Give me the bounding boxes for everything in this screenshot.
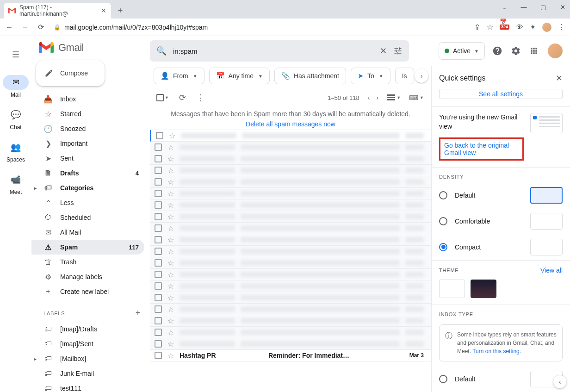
row-checkbox[interactable] (155, 352, 162, 359)
extensions-icon[interactable]: ✦ (530, 23, 536, 31)
share-icon[interactable]: ⇪ (474, 23, 480, 31)
more-actions-icon[interactable]: ⋮ (196, 93, 204, 103)
star-icon[interactable]: ☆ (167, 189, 174, 198)
filter-chip-has-attachment[interactable]: 📎Has attachment (274, 68, 346, 84)
message-row[interactable]: ☆ (150, 246, 431, 257)
row-checkbox[interactable] (156, 132, 163, 139)
row-checkbox[interactable] (155, 167, 162, 174)
star-icon[interactable]: ☆ (167, 143, 174, 152)
apps-grid-icon[interactable] (529, 46, 540, 56)
go-back-original-view-link[interactable]: Go back to the original Gmail view (439, 137, 524, 161)
message-row[interactable]: ☆ (150, 188, 431, 199)
turn-on-setting-link[interactable]: Turn on this setting (472, 348, 520, 355)
status-chip[interactable]: Active ▼ (439, 42, 485, 60)
row-checkbox[interactable] (155, 143, 162, 151)
folder-all-mail[interactable]: ✉All Mail (31, 225, 144, 240)
star-icon[interactable]: ☆ (167, 340, 174, 348)
see-all-settings-button[interactable]: See all settings (439, 89, 563, 99)
rail-item-mail[interactable]: ✉ Mail (0, 72, 31, 101)
search-box[interactable]: 🔍 ✕ (150, 40, 409, 62)
star-icon[interactable]: ☆ (167, 328, 174, 337)
label--mailbox-[interactable]: ▸🏷[Mailbox] (31, 351, 144, 366)
message-row[interactable]: ☆ (150, 327, 431, 338)
theme-view-all-link[interactable]: View all (540, 267, 563, 274)
page-prev-icon[interactable]: ‹ (368, 94, 370, 101)
nav-reload-icon[interactable]: ⟳ (36, 23, 45, 31)
message-row[interactable]: ☆ (150, 280, 431, 292)
message-row[interactable]: ☆ (150, 199, 431, 211)
window-close-icon[interactable]: ✕ (558, 4, 567, 11)
compose-button[interactable]: Compose (36, 60, 105, 86)
row-checkbox[interactable] (155, 178, 162, 186)
address-bar[interactable]: 🔒 mail.google.com/mail/u/0/?zx=803p4lhj1… (52, 24, 468, 31)
star-icon[interactable]: ☆ (167, 155, 174, 163)
star-icon[interactable]: ☆ (169, 131, 175, 140)
chips-scroll-right-icon[interactable]: › (415, 69, 428, 83)
add-label-icon[interactable]: + (136, 308, 141, 318)
browser-tab[interactable]: Spam (117) - martin.brinkmann@ ✕ (4, 3, 111, 19)
expand-caret-icon[interactable]: ▸ (34, 356, 37, 361)
account-avatar[interactable] (548, 44, 563, 58)
input-tools-icon[interactable]: ⌨▼ (409, 94, 424, 101)
folder-sent[interactable]: ➤Sent (31, 151, 144, 166)
message-row[interactable]: ☆ (150, 234, 431, 246)
tab-close-icon[interactable]: ✕ (101, 7, 106, 14)
row-checkbox[interactable] (155, 224, 162, 232)
row-checkbox[interactable] (155, 259, 162, 267)
row-checkbox[interactable] (155, 282, 162, 290)
label-junk-e-mail[interactable]: 🏷Junk E-mail (31, 366, 144, 381)
star-icon[interactable]: ☆ (167, 259, 174, 268)
star-icon[interactable]: ☆ (167, 201, 174, 210)
nav-back-icon[interactable]: ← (5, 23, 14, 31)
row-checkbox[interactable] (155, 155, 162, 162)
search-input[interactable] (173, 47, 373, 55)
message-row[interactable]: ☆ (150, 257, 431, 269)
star-icon[interactable]: ☆ (167, 293, 174, 302)
message-row[interactable]: ☆ (150, 165, 431, 176)
density-comfortable[interactable]: Comfortable (432, 208, 570, 234)
message-row[interactable]: ☆ (150, 338, 431, 350)
message-row[interactable]: ☆ (150, 130, 431, 142)
row-checkbox[interactable] (155, 248, 162, 255)
folder-scheduled[interactable]: ⏱Scheduled (31, 210, 144, 225)
filter-chip-to[interactable]: ➤To▼ (351, 68, 390, 84)
row-checkbox[interactable] (155, 305, 162, 313)
label--imap-drafts[interactable]: 🏷[Imap]/Drafts (31, 322, 144, 336)
refresh-icon[interactable]: ⟳ (179, 93, 186, 103)
bookmark-star-icon[interactable]: ☆ (487, 23, 493, 31)
label--imap-sent[interactable]: 🏷[Imap]/Sent (31, 336, 144, 351)
delete-all-spam-link[interactable]: Delete all spam messages now (150, 120, 431, 128)
star-icon[interactable]: ☆ (167, 166, 174, 175)
star-icon[interactable]: ☆ (167, 224, 174, 233)
browser-menu-icon[interactable]: ⋮ (558, 23, 565, 31)
folder-create-new-label[interactable]: +Create new label (31, 284, 144, 299)
density-compact[interactable]: Compact (432, 234, 570, 260)
expand-caret-icon[interactable]: ▸ (34, 186, 37, 191)
star-icon[interactable]: ☆ (167, 282, 174, 291)
settings-gear-icon[interactable] (511, 46, 522, 56)
density-default[interactable]: Default (432, 182, 570, 208)
row-checkbox[interactable] (155, 213, 162, 220)
row-checkbox[interactable] (155, 294, 162, 301)
message-row[interactable]: ☆ (150, 176, 431, 188)
filter-chip-any-time[interactable]: 📅Any time▼ (209, 68, 270, 84)
star-icon[interactable]: ☆ (167, 236, 174, 244)
extension-badge[interactable]: 324 (500, 25, 509, 30)
eye-icon[interactable]: 👁 (516, 23, 523, 31)
rail-item-chat[interactable]: 💬 Chat (0, 105, 31, 133)
filter-chip-is[interactable]: Is (395, 68, 414, 84)
star-icon[interactable]: ☆ (167, 178, 174, 187)
star-icon[interactable]: ☆ (167, 317, 174, 325)
row-checkbox[interactable] (155, 271, 162, 278)
clear-search-icon[interactable]: ✕ (380, 46, 387, 56)
row-checkbox[interactable] (155, 201, 162, 209)
folder-drafts[interactable]: 🗎Drafts4 (31, 166, 144, 180)
folder-starred[interactable]: ☆Starred (31, 106, 144, 121)
new-tab-button[interactable]: + (114, 4, 127, 17)
folder-less[interactable]: ⌃Less (31, 195, 144, 210)
message-row[interactable]: ☆ (150, 223, 431, 234)
rail-item-spaces[interactable]: 👥 Spaces (0, 137, 31, 166)
star-icon[interactable]: ☆ (167, 351, 174, 360)
page-next-icon[interactable]: › (376, 94, 378, 101)
folder-categories[interactable]: ▸🏷Categories (31, 180, 144, 195)
